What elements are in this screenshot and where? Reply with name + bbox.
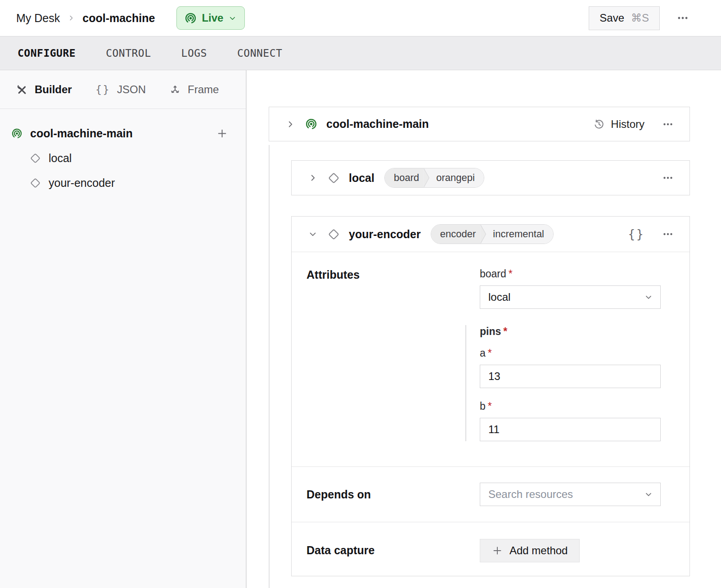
tree-item-machine-root[interactable]: cool-machine-main	[0, 121, 246, 146]
chevron-down-icon	[644, 490, 653, 499]
save-shortcut-hint: ⌘S	[631, 12, 649, 24]
local-card-menu-button[interactable]	[662, 172, 673, 183]
tab-configure[interactable]: CONFIGURE	[18, 47, 76, 59]
collapse-chevron-down-icon[interactable]	[308, 229, 318, 239]
config-main-panel: cool-machine-main History local board	[248, 70, 721, 588]
plus-icon	[492, 545, 503, 556]
depends-on-section: Depends on Search resources	[292, 466, 689, 522]
badge-type: encoder	[431, 225, 481, 244]
local-board-card: local board orangepi	[291, 160, 690, 195]
pin-a-label: a*	[480, 347, 661, 359]
depends-on-select[interactable]: Search resources	[480, 483, 661, 506]
tab-logs[interactable]: LOGS	[181, 47, 207, 59]
app-header: My Desk cool-machine Live Save ⌘S	[0, 0, 721, 36]
badge-type: board	[385, 168, 424, 187]
broadcast-icon	[185, 12, 197, 24]
local-card-title: local	[349, 172, 374, 185]
encoder-card: your-encoder encoder incremental {} Attr…	[291, 216, 690, 576]
broadcast-icon	[11, 128, 23, 139]
pins-group-label: pins*	[480, 325, 661, 338]
history-label: History	[611, 118, 644, 131]
board-select[interactable]: local	[480, 285, 661, 309]
component-diamond-icon	[30, 153, 41, 164]
view-mode-frame[interactable]: Frame	[169, 83, 219, 96]
machine-card-title: cool-machine-main	[326, 118, 429, 131]
pin-b-label: b*	[480, 400, 661, 412]
add-component-button[interactable]	[216, 128, 228, 139]
data-capture-section: Data capture Add method	[292, 522, 689, 579]
breadcrumb-separator-icon	[67, 14, 75, 22]
save-button[interactable]: Save ⌘S	[589, 6, 660, 30]
live-status-dropdown[interactable]: Live	[176, 6, 245, 30]
add-method-button[interactable]: Add method	[480, 539, 580, 562]
tree-item-label: local	[49, 152, 72, 165]
breadcrumb-current: cool-machine	[82, 12, 155, 25]
data-capture-section-label: Data capture	[292, 544, 480, 557]
tree-item-local[interactable]: local	[0, 146, 246, 171]
required-asterisk: *	[488, 400, 492, 412]
config-sidebar: Builder {} JSON Frame cool-machine-main …	[0, 70, 247, 588]
tab-control[interactable]: CONTROL	[106, 47, 151, 59]
machine-tabbar: CONFIGURE CONTROL LOGS CONNECT	[0, 36, 721, 70]
view-mode-json[interactable]: {} JSON	[95, 83, 146, 96]
tree-root-label: cool-machine-main	[30, 127, 216, 140]
breadcrumb: My Desk cool-machine	[16, 12, 155, 25]
view-builder-label: Builder	[35, 83, 72, 96]
required-asterisk: *	[503, 326, 507, 337]
badge-divider	[480, 225, 489, 244]
component-type-badge: board orangepi	[384, 168, 484, 188]
view-raw-json-button[interactable]: {}	[628, 227, 644, 241]
add-method-label: Add method	[509, 544, 568, 557]
resource-tree: cool-machine-main local your-encoder	[0, 109, 246, 195]
tree-item-your-encoder[interactable]: your-encoder	[0, 171, 246, 195]
badge-divider	[424, 168, 433, 187]
required-asterisk: *	[488, 347, 492, 359]
component-diamond-icon	[328, 228, 340, 240]
broadcast-icon	[305, 118, 317, 130]
depends-on-section-label: Depends on	[292, 488, 480, 501]
live-status-label: Live	[202, 12, 223, 24]
tree-connector-line	[269, 145, 270, 588]
braces-icon: {}	[95, 84, 110, 95]
tree-item-label: your-encoder	[49, 176, 115, 190]
frame-axes-icon	[169, 84, 181, 95]
attributes-section: Attributes board* local pins* a*	[292, 252, 689, 466]
expand-chevron-right-icon[interactable]	[308, 173, 318, 183]
view-mode-builder[interactable]: Builder	[16, 83, 72, 96]
pin-b-input[interactable]	[480, 418, 661, 441]
sidebar-view-switcher: Builder {} JSON Frame	[0, 70, 246, 109]
save-button-label: Save	[599, 12, 624, 24]
header-overflow-menu-button[interactable]	[677, 12, 689, 24]
chevron-down-icon	[644, 293, 653, 302]
depends-on-placeholder: Search resources	[488, 488, 573, 501]
history-clock-icon	[593, 118, 605, 130]
board-select-value: local	[488, 291, 510, 303]
breadcrumb-root-link[interactable]: My Desk	[16, 12, 60, 25]
badge-model: orangepi	[433, 168, 484, 187]
machine-card: cool-machine-main History	[269, 107, 690, 141]
expand-chevron-right-icon[interactable]	[285, 119, 295, 129]
component-diamond-icon	[328, 172, 340, 184]
pin-a-input[interactable]	[480, 365, 661, 388]
machine-card-menu-button[interactable]	[662, 119, 673, 130]
history-button[interactable]: History	[593, 118, 644, 131]
view-frame-label: Frame	[188, 83, 219, 96]
badge-model: incremental	[489, 225, 553, 244]
tab-connect[interactable]: CONNECT	[237, 47, 282, 59]
view-json-label: JSON	[117, 83, 146, 96]
attributes-section-label: Attributes	[292, 267, 480, 441]
component-diamond-icon	[30, 177, 41, 189]
tools-icon	[16, 84, 28, 95]
component-type-badge: encoder incremental	[431, 224, 554, 244]
pins-group: pins* a* b*	[465, 325, 661, 441]
encoder-card-menu-button[interactable]	[662, 229, 673, 240]
required-asterisk: *	[509, 268, 513, 280]
chevron-down-icon	[228, 14, 237, 23]
encoder-card-title: your-encoder	[349, 228, 421, 241]
board-field-label: board*	[480, 267, 661, 280]
